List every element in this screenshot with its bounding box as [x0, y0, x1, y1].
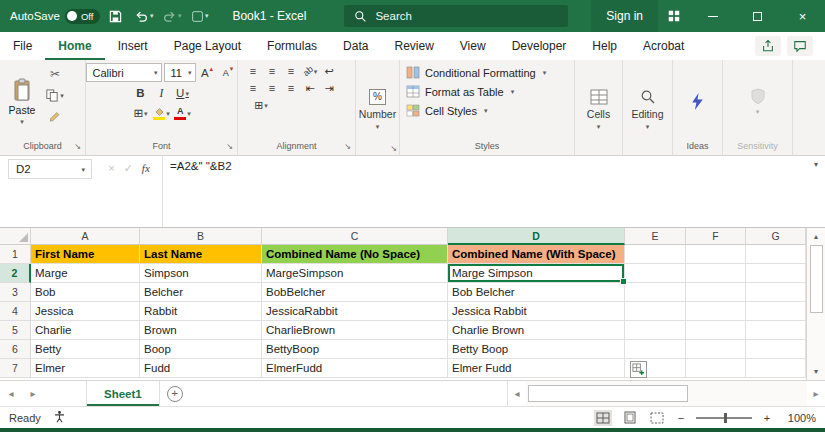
- tab-home[interactable]: Home: [45, 32, 104, 60]
- column-header-F[interactable]: F: [686, 228, 746, 245]
- alignment-dialog-launcher[interactable]: ↘: [344, 140, 351, 153]
- cell-A5[interactable]: Charlie: [31, 321, 140, 340]
- cell-G7[interactable]: [746, 359, 806, 378]
- paste-button[interactable]: Paste ▾: [2, 63, 42, 140]
- horizontal-scrollbar[interactable]: ◂ ▸: [507, 381, 825, 406]
- align-left-button[interactable]: ≡: [244, 80, 262, 96]
- tab-help[interactable]: Help: [579, 32, 630, 60]
- cell-F2[interactable]: [686, 264, 746, 283]
- row-header-1[interactable]: 1: [0, 245, 31, 264]
- tab-page-layout[interactable]: Page Layout: [161, 32, 254, 60]
- column-header-B[interactable]: B: [140, 228, 262, 245]
- undo-button[interactable]: ▾: [131, 3, 156, 29]
- vertical-scrollbar[interactable]: ▴ ▾: [806, 228, 825, 380]
- cell-F7[interactable]: [686, 359, 746, 378]
- page-break-view-button[interactable]: [648, 410, 666, 426]
- cell-B3[interactable]: Belcher: [140, 283, 262, 302]
- row-header-5[interactable]: 5: [0, 321, 31, 340]
- cell-B6[interactable]: Boop: [140, 340, 262, 359]
- scroll-left-button[interactable]: ◂: [508, 388, 526, 399]
- autosave-switch[interactable]: Off: [65, 9, 101, 24]
- column-header-G[interactable]: G: [746, 228, 806, 245]
- cell-E5[interactable]: [625, 321, 686, 340]
- sheet-nav-right-button[interactable]: ▸: [22, 381, 44, 406]
- font-dialog-launcher[interactable]: ↘: [226, 140, 233, 153]
- font-color-button[interactable]: A ▾: [173, 104, 192, 122]
- enter-entry-button[interactable]: ✓: [124, 162, 133, 227]
- cell-A7[interactable]: Elmer: [31, 359, 140, 378]
- cell-A3[interactable]: Bob: [31, 283, 140, 302]
- cell-G5[interactable]: [746, 321, 806, 340]
- sheet-tab-sheet1[interactable]: Sheet1: [86, 381, 160, 406]
- tab-file[interactable]: File: [0, 32, 45, 60]
- cell-B7[interactable]: Fudd: [140, 359, 262, 378]
- font-name-select[interactable]: Calibri ▾: [86, 63, 162, 82]
- name-box[interactable]: D2 ▾: [8, 159, 92, 179]
- cell-D2-selected[interactable]: Marge Simpson: [448, 264, 625, 283]
- tab-review[interactable]: Review: [381, 32, 446, 60]
- scroll-up-button[interactable]: ▴: [807, 228, 825, 245]
- cell-E6[interactable]: [625, 340, 686, 359]
- column-header-D[interactable]: D: [448, 228, 625, 245]
- cell-C3[interactable]: BobBelcher: [262, 283, 448, 302]
- share-button[interactable]: [755, 36, 781, 56]
- cell-F1[interactable]: [686, 245, 746, 264]
- cell-styles-button[interactable]: Cell Styles ▾: [406, 102, 572, 119]
- sensitivity-button[interactable]: ▾: [725, 63, 790, 140]
- row-header-2[interactable]: 2: [0, 264, 31, 283]
- underline-button[interactable]: U▾: [173, 84, 192, 102]
- normal-view-button[interactable]: [594, 410, 612, 426]
- new-sheet-button[interactable]: +: [160, 381, 190, 406]
- cell-C4[interactable]: JessicaRabbit: [262, 302, 448, 321]
- cell-E2[interactable]: [625, 264, 686, 283]
- align-top-button[interactable]: ≡: [244, 63, 262, 79]
- number-dialog-launcher[interactable]: ↘: [390, 144, 397, 153]
- cell-E1[interactable]: [625, 245, 686, 264]
- cell-D7[interactable]: Elmer Fudd: [448, 359, 625, 378]
- row-header-4[interactable]: 4: [0, 302, 31, 321]
- comments-button[interactable]: [787, 36, 813, 56]
- cell-D5[interactable]: Charlie Brown: [448, 321, 625, 340]
- tab-data[interactable]: Data: [330, 32, 381, 60]
- column-header-A[interactable]: A: [31, 228, 140, 245]
- align-center-button[interactable]: ≡: [263, 80, 281, 96]
- tab-acrobat[interactable]: Acrobat: [630, 32, 697, 60]
- align-bottom-button[interactable]: ≡: [282, 63, 300, 79]
- cell-B4[interactable]: Rabbit: [140, 302, 262, 321]
- tab-view[interactable]: View: [447, 32, 499, 60]
- cell-C7[interactable]: ElmerFudd: [262, 359, 448, 378]
- cell-G1[interactable]: [746, 245, 806, 264]
- cell-F3[interactable]: [686, 283, 746, 302]
- column-header-C[interactable]: C: [262, 228, 448, 245]
- scroll-down-button[interactable]: ▾: [807, 363, 825, 380]
- formula-bar-collapse-button[interactable]: ▾: [814, 160, 818, 169]
- search-input[interactable]: Search: [344, 5, 568, 27]
- cell-A6[interactable]: Betty: [31, 340, 140, 359]
- cell-A2[interactable]: Marge: [31, 264, 140, 283]
- select-all-button[interactable]: [0, 228, 31, 245]
- tab-formulas[interactable]: Formulas: [254, 32, 330, 60]
- cell-B1[interactable]: Last Name: [140, 245, 262, 264]
- row-header-3[interactable]: 3: [0, 283, 31, 302]
- horizontal-scroll-track[interactable]: [526, 381, 807, 406]
- decrease-indent-button[interactable]: ⇤: [301, 80, 319, 96]
- insert-function-button[interactable]: fx: [142, 162, 150, 227]
- merge-center-button[interactable]: ⊞▾: [244, 97, 278, 113]
- cut-button[interactable]: ✂: [42, 65, 68, 83]
- cell-B5[interactable]: Brown: [140, 321, 262, 340]
- row-header-6[interactable]: 6: [0, 340, 31, 359]
- increase-font-size-button[interactable]: A▴: [198, 64, 217, 82]
- customize-qat-button[interactable]: ▾: [187, 3, 212, 29]
- tab-developer[interactable]: Developer: [499, 32, 580, 60]
- cell-G6[interactable]: [746, 340, 806, 359]
- cell-C1[interactable]: Combined Name (No Space): [262, 245, 448, 264]
- zoom-slider[interactable]: [696, 417, 752, 419]
- formula-input[interactable]: =A2&" "&B2 ▾: [162, 156, 825, 227]
- maximize-button[interactable]: [735, 0, 780, 32]
- cell-D6[interactable]: Betty Boop: [448, 340, 625, 359]
- zoom-out-button[interactable]: −: [675, 412, 687, 424]
- save-button[interactable]: [103, 3, 128, 29]
- vertical-scroll-thumb[interactable]: [810, 245, 823, 313]
- editing-button[interactable]: Editing ▾: [625, 63, 670, 155]
- cell-E4[interactable]: [625, 302, 686, 321]
